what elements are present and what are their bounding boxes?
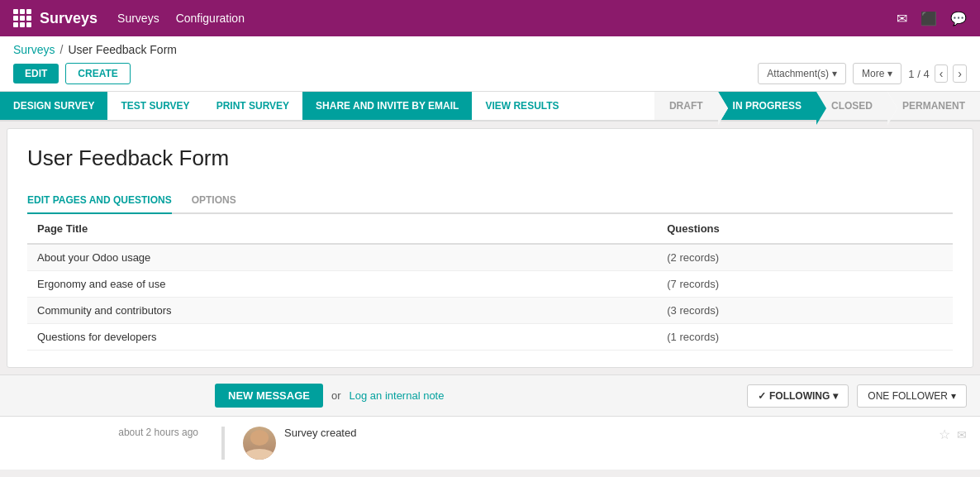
log-internal-note-link[interactable]: Log an internal note [350,389,445,402]
message-body-row: Survey created ☆ ✉ [235,427,967,460]
breadcrumb-current: User Feedback Form [68,43,176,56]
questions-cell: (3 records) [657,298,953,324]
more-label: More [862,68,884,79]
reply-icon[interactable]: ✉ [957,428,967,441]
nav-prev-button[interactable]: ‹ [935,64,949,83]
attachment-label: Attachment(s) [767,68,829,79]
tab-share-invite[interactable]: SHARE AND INVITE BY EMAIL [302,92,472,120]
status-draft[interactable]: DRAFT [654,92,718,120]
tab-design-survey[interactable]: DESIGN SURVEY [0,92,107,120]
attachment-button[interactable]: Attachment(s) ▾ [758,63,846,84]
followers-chevron-icon: ▾ [951,390,956,402]
page-title-cell: About your Odoo usage [27,244,657,271]
table-row[interactable]: Ergonomy and ease of use(7 records) [27,271,953,298]
avatar [243,427,276,460]
status-closed[interactable]: CLOSED [816,92,887,120]
brand-name[interactable]: Surveys [40,10,98,27]
navbar: Surveys Surveys Configuration ✉ ⬛ 💬 [0,0,980,36]
page-title-cell: Questions for developers [27,324,657,351]
form-title: User Feedback Form [27,145,953,171]
table-area: Page Title Questions About your Odoo usa… [27,214,953,351]
main-content: User Feedback Form EDIT PAGES AND QUESTI… [7,128,973,368]
nav-configuration[interactable]: Configuration [176,12,245,25]
pages-table: Page Title Questions About your Odoo usa… [27,214,953,351]
message-text: Survey created [284,427,356,439]
page-title-cell: Ergonomy and ease of use [27,271,657,298]
nav-next-button[interactable]: › [953,64,967,83]
more-button[interactable]: More ▾ [853,63,902,84]
table-row[interactable]: About your Odoo usage(2 records) [27,244,953,271]
checkmark-icon: ✓ [758,390,766,402]
chat-icon[interactable]: 💬 [950,11,967,26]
chatter-divider [221,427,225,460]
navbar-links: Surveys Configuration [117,12,897,25]
tab-view-results[interactable]: VIEW RESULTS [472,92,572,120]
chatter-message-area: about 2 hours ago Survey created ☆ ✉ [0,417,980,470]
more-chevron-icon: ▾ [887,68,892,79]
toolbar-area: Surveys / User Feedback Form EDIT CREATE… [0,36,980,92]
nav-count-text: 1 / 4 [908,68,929,80]
create-button[interactable]: CREATE [65,63,130,84]
tab-test-survey[interactable]: TEST SURVEY [107,92,202,120]
questions-cell: (2 records) [657,244,953,271]
chatter-right: ✓ FOLLOWING ▾ ONE FOLLOWER ▾ [747,384,967,408]
breadcrumb: Surveys / User Feedback Form [13,43,967,56]
inner-tab-options[interactable]: OPTIONS [192,188,236,212]
attachment-chevron-icon: ▾ [832,68,837,79]
chatter-toolbar: NEW MESSAGE or Log an internal note ✓ FO… [0,375,980,417]
nav-count: 1 / 4 ‹ › [908,64,967,83]
new-message-button[interactable]: NEW MESSAGE [215,384,323,408]
signin-icon[interactable]: ⬛ [921,11,937,26]
navbar-icons: ✉ ⬛ 💬 [897,11,967,26]
inner-tabs: EDIT PAGES AND QUESTIONS OPTIONS [27,188,953,214]
envelope-icon[interactable]: ✉ [897,11,907,26]
breadcrumb-separator: / [60,43,64,56]
following-label: FOLLOWING [769,390,830,402]
message-content: Survey created [284,427,930,439]
table-row[interactable]: Questions for developers(1 records) [27,324,953,351]
message-timestamp: about 2 hours ago [118,427,198,438]
grid-icon[interactable] [13,9,31,27]
navbar-brand: Surveys [13,9,98,27]
questions-cell: (1 records) [657,324,953,351]
table-row[interactable]: Community and contributors(3 records) [27,298,953,324]
toolbar-row: EDIT CREATE Attachment(s) ▾ More ▾ 1 / 4… [13,63,967,91]
page-title-cell: Community and contributors [27,298,657,324]
edit-button[interactable]: EDIT [13,64,59,83]
status-in-progress[interactable]: IN PROGRESS [718,92,816,120]
inner-tab-edit-pages[interactable]: EDIT PAGES AND QUESTIONS [27,188,172,214]
message-actions: ☆ ✉ [939,427,967,442]
tab-bar: DESIGN SURVEY TEST SURVEY PRINT SURVEY S… [0,92,980,122]
chatter-left: about 2 hours ago [13,427,212,460]
chatter-or: or [331,389,341,402]
col-questions: Questions [657,214,953,244]
nav-surveys[interactable]: Surveys [117,12,159,25]
star-icon[interactable]: ☆ [939,427,950,442]
breadcrumb-parent[interactable]: Surveys [13,43,55,56]
chatter: NEW MESSAGE or Log an internal note ✓ FO… [0,374,980,470]
status-bar: DRAFT IN PROGRESS CLOSED PERMANENT [654,92,980,120]
followers-label: ONE FOLLOWER [868,390,948,402]
followers-button[interactable]: ONE FOLLOWER ▾ [857,384,967,408]
tab-print-survey[interactable]: PRINT SURVEY [203,92,302,120]
toolbar-right: Attachment(s) ▾ More ▾ 1 / 4 ‹ › [758,63,967,84]
status-permanent[interactable]: PERMANENT [887,92,980,120]
col-page-title: Page Title [27,214,657,244]
following-button[interactable]: ✓ FOLLOWING ▾ [747,384,849,408]
following-chevron-icon: ▾ [833,390,838,402]
questions-cell: (7 records) [657,271,953,298]
